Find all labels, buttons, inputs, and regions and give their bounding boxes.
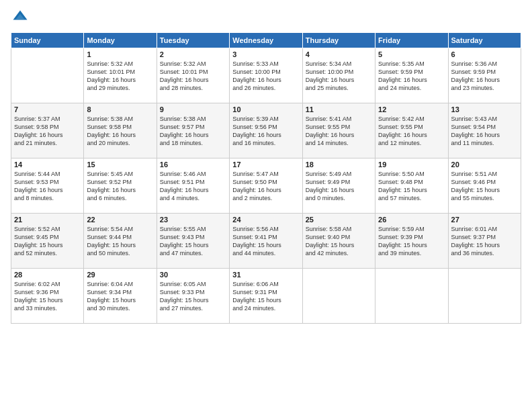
day-info: Sunrise: 5:58 AM Sunset: 9:40 PM Dayligh… — [306, 225, 372, 258]
calendar-cell: 29Sunrise: 6:04 AM Sunset: 9:34 PM Dayli… — [84, 269, 157, 324]
day-number: 6 — [451, 50, 518, 58]
day-number: 16 — [160, 161, 226, 169]
calendar-cell: 25Sunrise: 5:58 AM Sunset: 9:40 PM Dayli… — [302, 214, 375, 269]
calendar-cell: 1Sunrise: 5:32 AM Sunset: 10:01 PM Dayli… — [84, 48, 157, 103]
weekday-header-saturday: Saturday — [448, 33, 521, 48]
day-info: Sunrise: 5:59 AM Sunset: 9:39 PM Dayligh… — [378, 225, 445, 258]
calendar-cell: 13Sunrise: 5:43 AM Sunset: 9:54 PM Dayli… — [448, 103, 521, 158]
day-number: 21 — [14, 216, 81, 224]
calendar-page: SundayMondayTuesdayWednesdayThursdayFrid… — [0, 0, 532, 411]
calendar-cell: 18Sunrise: 5:49 AM Sunset: 9:49 PM Dayli… — [302, 158, 375, 214]
day-info: Sunrise: 5:55 AM Sunset: 9:43 PM Dayligh… — [160, 225, 226, 258]
week-row-4: 21Sunrise: 5:52 AM Sunset: 9:45 PM Dayli… — [11, 214, 521, 269]
weekday-header-sunday: Sunday — [11, 33, 84, 48]
calendar-cell: 23Sunrise: 5:55 AM Sunset: 9:43 PM Dayli… — [157, 214, 229, 269]
week-row-1: 1Sunrise: 5:32 AM Sunset: 10:01 PM Dayli… — [11, 48, 521, 103]
day-info: Sunrise: 5:41 AM Sunset: 9:55 PM Dayligh… — [306, 115, 372, 148]
calendar-cell: 2Sunrise: 5:32 AM Sunset: 10:01 PM Dayli… — [157, 48, 229, 103]
day-number: 9 — [160, 105, 226, 113]
day-info: Sunrise: 6:02 AM Sunset: 9:36 PM Dayligh… — [14, 280, 81, 313]
day-info: Sunrise: 6:01 AM Sunset: 9:37 PM Dayligh… — [451, 225, 518, 258]
day-number: 30 — [160, 271, 226, 279]
calendar-cell: 11Sunrise: 5:41 AM Sunset: 9:55 PM Dayli… — [302, 103, 375, 158]
day-number: 5 — [378, 50, 445, 58]
calendar-cell: 17Sunrise: 5:47 AM Sunset: 9:50 PM Dayli… — [230, 158, 302, 214]
calendar-cell — [11, 48, 84, 103]
day-info: Sunrise: 6:04 AM Sunset: 9:34 PM Dayligh… — [87, 280, 153, 313]
day-number: 20 — [451, 161, 518, 169]
day-info: Sunrise: 5:34 AM Sunset: 10:00 PM Daylig… — [306, 60, 372, 93]
calendar-cell: 3Sunrise: 5:33 AM Sunset: 10:00 PM Dayli… — [230, 48, 302, 103]
day-info: Sunrise: 6:05 AM Sunset: 9:33 PM Dayligh… — [160, 280, 226, 313]
weekday-header-monday: Monday — [84, 33, 157, 48]
day-info: Sunrise: 5:50 AM Sunset: 9:48 PM Dayligh… — [378, 170, 445, 203]
calendar-cell — [302, 269, 375, 324]
day-info: Sunrise: 5:36 AM Sunset: 9:59 PM Dayligh… — [451, 60, 518, 93]
day-number: 1 — [87, 50, 153, 58]
day-number: 10 — [232, 105, 299, 113]
day-number: 3 — [232, 50, 299, 58]
calendar-cell: 27Sunrise: 6:01 AM Sunset: 9:37 PM Dayli… — [448, 214, 521, 269]
day-info: Sunrise: 5:38 AM Sunset: 9:57 PM Dayligh… — [160, 115, 226, 148]
day-info: Sunrise: 5:33 AM Sunset: 10:00 PM Daylig… — [232, 60, 299, 93]
day-info: Sunrise: 6:06 AM Sunset: 9:31 PM Dayligh… — [232, 280, 299, 313]
day-info: Sunrise: 5:44 AM Sunset: 9:53 PM Dayligh… — [14, 170, 81, 203]
day-number: 26 — [378, 216, 445, 224]
day-number: 29 — [87, 271, 153, 279]
calendar-cell: 8Sunrise: 5:38 AM Sunset: 9:58 PM Daylig… — [84, 103, 157, 158]
calendar-cell — [375, 269, 448, 324]
week-row-2: 7Sunrise: 5:37 AM Sunset: 9:58 PM Daylig… — [11, 103, 521, 158]
logo-icon — [11, 8, 30, 27]
calendar-cell: 20Sunrise: 5:51 AM Sunset: 9:46 PM Dayli… — [448, 158, 521, 214]
weekday-header-thursday: Thursday — [302, 33, 375, 48]
day-number: 17 — [232, 161, 299, 169]
calendar-cell: 21Sunrise: 5:52 AM Sunset: 9:45 PM Dayli… — [11, 214, 84, 269]
day-info: Sunrise: 5:37 AM Sunset: 9:58 PM Dayligh… — [14, 115, 81, 148]
day-info: Sunrise: 5:35 AM Sunset: 9:59 PM Dayligh… — [378, 60, 445, 93]
calendar-cell: 12Sunrise: 5:42 AM Sunset: 9:55 PM Dayli… — [375, 103, 448, 158]
day-info: Sunrise: 5:51 AM Sunset: 9:46 PM Dayligh… — [451, 170, 518, 203]
calendar-cell: 14Sunrise: 5:44 AM Sunset: 9:53 PM Dayli… — [11, 158, 84, 214]
day-info: Sunrise: 5:45 AM Sunset: 9:52 PM Dayligh… — [87, 170, 153, 203]
calendar-cell: 7Sunrise: 5:37 AM Sunset: 9:58 PM Daylig… — [11, 103, 84, 158]
logo — [11, 8, 32, 27]
calendar-cell: 16Sunrise: 5:46 AM Sunset: 9:51 PM Dayli… — [157, 158, 229, 214]
day-number: 7 — [14, 105, 81, 113]
calendar-cell: 24Sunrise: 5:56 AM Sunset: 9:41 PM Dayli… — [230, 214, 302, 269]
day-number: 14 — [14, 161, 81, 169]
day-number: 2 — [160, 50, 226, 58]
day-info: Sunrise: 5:39 AM Sunset: 9:56 PM Dayligh… — [232, 115, 299, 148]
day-number: 11 — [306, 105, 372, 113]
day-info: Sunrise: 5:38 AM Sunset: 9:58 PM Dayligh… — [87, 115, 153, 148]
calendar-cell — [448, 269, 521, 324]
week-row-3: 14Sunrise: 5:44 AM Sunset: 9:53 PM Dayli… — [11, 158, 521, 214]
calendar-cell: 22Sunrise: 5:54 AM Sunset: 9:44 PM Dayli… — [84, 214, 157, 269]
header — [11, 8, 521, 27]
day-info: Sunrise: 5:49 AM Sunset: 9:49 PM Dayligh… — [306, 170, 372, 203]
day-info: Sunrise: 5:52 AM Sunset: 9:45 PM Dayligh… — [14, 225, 81, 258]
day-info: Sunrise: 5:43 AM Sunset: 9:54 PM Dayligh… — [451, 115, 518, 148]
day-number: 18 — [306, 161, 372, 169]
day-number: 19 — [378, 161, 445, 169]
day-info: Sunrise: 5:32 AM Sunset: 10:01 PM Daylig… — [87, 60, 153, 93]
calendar-cell: 4Sunrise: 5:34 AM Sunset: 10:00 PM Dayli… — [302, 48, 375, 103]
day-info: Sunrise: 5:47 AM Sunset: 9:50 PM Dayligh… — [232, 170, 299, 203]
calendar-cell: 31Sunrise: 6:06 AM Sunset: 9:31 PM Dayli… — [230, 269, 302, 324]
calendar-cell: 15Sunrise: 5:45 AM Sunset: 9:52 PM Dayli… — [84, 158, 157, 214]
day-number: 15 — [87, 161, 153, 169]
day-number: 24 — [232, 216, 299, 224]
weekday-header-tuesday: Tuesday — [157, 33, 229, 48]
calendar-cell: 19Sunrise: 5:50 AM Sunset: 9:48 PM Dayli… — [375, 158, 448, 214]
day-number: 4 — [306, 50, 372, 58]
week-row-5: 28Sunrise: 6:02 AM Sunset: 9:36 PM Dayli… — [11, 269, 521, 324]
day-number: 22 — [87, 216, 153, 224]
day-number: 25 — [306, 216, 372, 224]
calendar-cell: 26Sunrise: 5:59 AM Sunset: 9:39 PM Dayli… — [375, 214, 448, 269]
day-info: Sunrise: 5:32 AM Sunset: 10:01 PM Daylig… — [160, 60, 226, 93]
day-info: Sunrise: 5:42 AM Sunset: 9:55 PM Dayligh… — [378, 115, 445, 148]
weekday-header-row: SundayMondayTuesdayWednesdayThursdayFrid… — [11, 33, 521, 48]
calendar-cell: 9Sunrise: 5:38 AM Sunset: 9:57 PM Daylig… — [157, 103, 229, 158]
calendar-cell: 5Sunrise: 5:35 AM Sunset: 9:59 PM Daylig… — [375, 48, 448, 103]
day-number: 31 — [232, 271, 299, 279]
calendar-cell: 28Sunrise: 6:02 AM Sunset: 9:36 PM Dayli… — [11, 269, 84, 324]
